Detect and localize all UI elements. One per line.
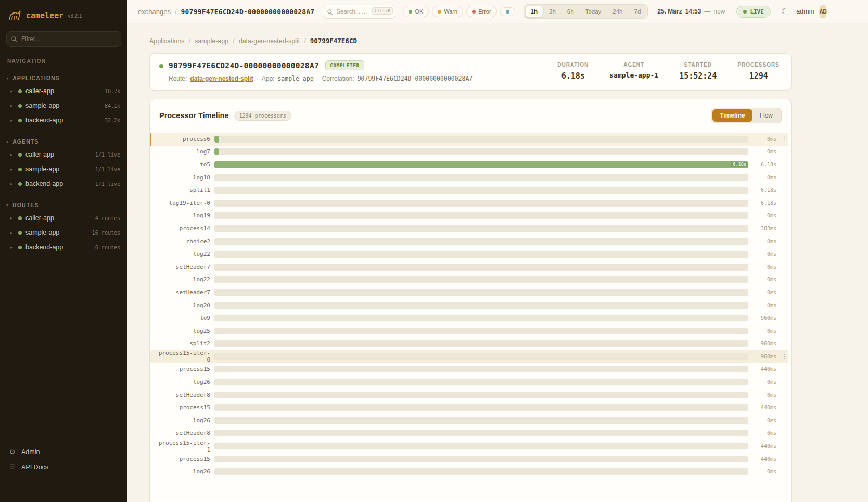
timeline-row-process15[interactable]: process15 440ms ⋮ — [150, 453, 788, 466]
range-7d[interactable]: 7d — [629, 6, 647, 17]
filter-chip-dot[interactable] — [500, 7, 515, 16]
timeline-row-log26[interactable]: log26 0ms ⋮ — [150, 465, 788, 478]
processor-label: log22 — [158, 276, 210, 283]
app-label: App: — [262, 75, 275, 82]
date-range-label: 25. März 14:53 — now — [657, 8, 725, 15]
sidebar-item-label: backend-app — [25, 243, 92, 251]
timeline-row-setHeader8[interactable]: setHeader8 0ms ⋮ — [150, 389, 788, 402]
chevron-right-icon: ▸ — [10, 88, 15, 94]
range-1h[interactable]: 1h — [525, 6, 543, 17]
timeline-track — [214, 456, 748, 462]
timeline-row-log25[interactable]: log25 0ms ⋮ — [150, 325, 788, 338]
timeline-row-log26[interactable]: log26 0ms ⋮ — [150, 414, 788, 427]
timeline-track — [214, 430, 748, 436]
timeline-row-log18[interactable]: log18 0ms ⋮ — [150, 171, 788, 184]
sidebar-footer-api-docs[interactable]: ☰ API Docs — [8, 463, 119, 471]
search-shortcut-badge: Ctrl+K — [372, 7, 393, 15]
timeline-track — [214, 276, 748, 283]
sidebar-filter-input[interactable] — [6, 31, 121, 47]
breadcrumb-data-gen-nested-split[interactable]: data-gen-nested-split — [239, 37, 300, 45]
exchange-meta: Route: data-gen-nested-split · App: samp… — [169, 75, 473, 82]
filter-chip-error[interactable]: Error — [466, 6, 496, 17]
timeline-row-log26[interactable]: log26 0ms ⋮ — [150, 376, 788, 389]
duration-value: 0ms — [752, 379, 776, 385]
sidebar-item-agents-caller-app[interactable]: ▸ caller-app 1/1 live — [0, 147, 127, 162]
sidebar-footer-admin[interactable]: ⚙ Admin — [8, 448, 119, 456]
timeline-row-process15[interactable]: process15 440ms ⋮ — [150, 401, 788, 414]
timeline-track — [214, 251, 748, 258]
avatar[interactable]: AD — [819, 5, 826, 18]
timeline-row-log19-iter-0[interactable]: log19-iter-0 6.18s ⋮ — [150, 197, 788, 210]
timeline-track — [214, 264, 748, 271]
sidebar-item-applications-caller-app[interactable]: ▸ caller-app 10.7k — [0, 84, 127, 98]
processor-label: process15 — [158, 366, 210, 372]
sidebar-item-badge: 16 routes — [92, 230, 120, 236]
sidebar-section-applications[interactable]: ▾ APPLICATIONS — [0, 73, 127, 84]
time-label: 14:53 — [685, 8, 701, 15]
timeline-track: 6.18s — [214, 161, 748, 168]
sidebar-item-routes-sample-app[interactable]: ▸ sample-app 16 routes — [0, 225, 127, 240]
timeline-row-split1[interactable]: split1 6.18s ⋮ — [150, 184, 788, 197]
duration-value: 6.18s — [752, 187, 776, 193]
chip-label: OK — [415, 8, 423, 15]
route-link[interactable]: data-gen-nested-split — [190, 75, 253, 82]
view-flow[interactable]: Flow — [752, 109, 780, 122]
timeline-row-process15-iter-0[interactable]: process15-iter-0 960ms ⋮ — [150, 350, 788, 363]
timeline-row-to9[interactable]: to9 960ms ⋮ — [150, 312, 788, 325]
timeline-row-process15-iter-1[interactable]: process15-iter-1 440ms ⋮ — [150, 440, 788, 453]
processor-label: log26 — [158, 379, 210, 385]
sidebar-item-agents-backend-app[interactable]: ▸ backend-app 1/1 live — [0, 176, 127, 191]
sidebar-item-applications-backend-app[interactable]: ▸ backend-app 32.2k — [0, 113, 127, 127]
timeline-row-log7[interactable]: log7 0ms ⋮ — [150, 146, 788, 159]
range-24h[interactable]: 24h — [607, 6, 628, 17]
sidebar-section-routes[interactable]: ▾ ROUTES — [0, 200, 127, 211]
sidebar-item-applications-sample-app[interactable]: ▸ sample-app 84.1k — [0, 98, 127, 113]
kebab-menu-icon[interactable]: ⋮ — [781, 353, 788, 360]
breadcrumb-applications[interactable]: Applications — [149, 37, 184, 45]
kebab-menu-icon[interactable]: ⋮ — [781, 135, 788, 143]
duration-value: 0ms — [752, 175, 776, 181]
timeline-row-setHeader7[interactable]: setHeader7 0ms ⋮ — [150, 261, 788, 274]
timeline-row-setHeader7[interactable]: setHeader7 0ms ⋮ — [150, 286, 788, 299]
filter-chip-warn[interactable]: Warn — [432, 6, 463, 17]
timeline-row-log22[interactable]: log22 0ms ⋮ — [150, 274, 788, 287]
status-dot-icon — [18, 182, 22, 186]
timeline-row-log20[interactable]: log20 0ms ⋮ — [150, 299, 788, 312]
range-3h[interactable]: 3h — [543, 6, 561, 17]
sidebar-item-routes-backend-app[interactable]: ▸ backend-app 6 routes — [0, 240, 127, 254]
timeline-row-split2[interactable]: split2 960ms ⋮ — [150, 338, 788, 351]
breadcrumb-exchanges[interactable]: exchanges — [138, 8, 171, 16]
timeline-row-to5[interactable]: to5 6.18s 6.18s ⋮ — [150, 158, 788, 171]
live-badge[interactable]: LIVE — [736, 6, 771, 18]
stat-label: DURATION — [557, 62, 589, 68]
sidebar-item-agents-sample-app[interactable]: ▸ sample-app 1/1 live — [0, 162, 127, 176]
timeline-row-process6[interactable]: process6 0ms ⋮ — [150, 133, 788, 146]
timeline-row-process15[interactable]: process15 440ms ⋮ — [150, 363, 788, 376]
timeline-row-choice2[interactable]: choice2 0ms ⋮ — [150, 235, 788, 248]
duration-value: 0ms — [752, 239, 776, 244]
sidebar-section-agents[interactable]: ▾ AGENTS — [0, 137, 127, 147]
range-6h[interactable]: 6h — [561, 6, 580, 17]
range-today[interactable]: Today — [580, 6, 607, 17]
timeline-row-setHeader8[interactable]: setHeader8 0ms ⋮ — [150, 427, 788, 440]
stat-duration: DURATION 6.18s — [557, 62, 589, 81]
filter-chip-ok[interactable]: OK — [403, 6, 429, 17]
timeline-row-log19[interactable]: log19 0ms ⋮ — [150, 210, 788, 223]
moon-icon[interactable]: ☾ — [781, 7, 788, 16]
timeline-row-log22[interactable]: log22 0ms ⋮ — [150, 248, 788, 261]
duration-value: 960ms — [752, 341, 776, 346]
breadcrumb-sample-app[interactable]: sample-app — [195, 37, 228, 45]
status-dot-icon — [18, 89, 22, 93]
timeline-row-process14[interactable]: process14 383ms ⋮ — [150, 222, 788, 235]
correlation-value: 90799F47E6CD24D-00000000000028A7 — [358, 75, 473, 82]
sidebar-filter-box — [6, 31, 121, 47]
logo: cameleer v3.2.1 — [0, 0, 127, 27]
duration-value: 0ms — [752, 213, 776, 218]
stat-agent: AGENT sample-app-1 — [609, 62, 658, 79]
view-timeline[interactable]: Timeline — [712, 109, 752, 122]
duration-value: 440ms — [752, 456, 776, 462]
bar-duration-label: 6.18s — [731, 162, 748, 167]
sidebar-item-routes-caller-app[interactable]: ▸ caller-app 4 routes — [0, 211, 127, 225]
processor-label: log22 — [158, 251, 210, 258]
correlation-label: Correlation: — [322, 75, 354, 82]
